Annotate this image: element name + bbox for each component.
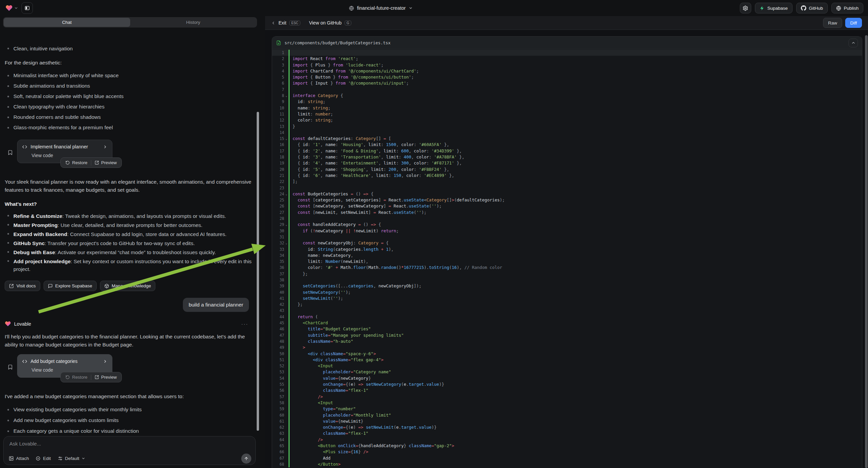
sliders-icon	[58, 456, 63, 461]
assistant-header: Lovable ···	[5, 321, 254, 327]
code-line: 22];	[272, 179, 862, 185]
code-line: 30 if (!newCategory || !newLimit) return…	[272, 228, 862, 234]
assistant-name: Lovable	[14, 321, 31, 327]
chat-scrollbar[interactable]	[257, 112, 259, 431]
code-viewer-header: Exit ESC View on GitHub G Raw Diff	[265, 16, 868, 30]
code-line: 43	[272, 308, 862, 314]
code-line: 68 </Button>	[272, 461, 862, 467]
code-line: 41 setNewLimit('');	[272, 295, 862, 301]
github-button[interactable]: GitHub	[796, 3, 828, 13]
code-line: 50 <div className="space-y-6">	[272, 351, 862, 357]
code-line: 3import { Plus } from 'lucide-react';	[272, 62, 862, 68]
code-line: 12 color: string;	[272, 117, 862, 123]
code-line: 39 setCategories([...categories, newCate…	[272, 283, 862, 289]
assistant-text: I'll help you add budget categories to t…	[5, 333, 254, 349]
restore-button[interactable]: Restore	[62, 375, 91, 380]
message-menu-icon[interactable]: ···	[241, 321, 248, 327]
attach-button[interactable]: Attach	[9, 456, 29, 461]
list-item: Add project knowledge: Set key context o…	[5, 258, 254, 273]
bookmark-icon[interactable]	[7, 356, 13, 378]
code-line: 19 { id: '4', name: 'Entertainment', lim…	[272, 160, 862, 166]
gear-icon	[743, 5, 748, 11]
target-icon	[36, 456, 40, 461]
code-editor: 12import React from 'react';3import { Pl…	[272, 50, 862, 468]
code-line: 5import { Button } from '@/components/ui…	[272, 74, 862, 80]
top-bar: financial-future-creator Supabase	[0, 0, 868, 16]
code-line: 59 type="number"	[272, 406, 862, 412]
code-line: 4import ChartCard from '@/components/ui/…	[272, 68, 862, 74]
code-line: 16 { id: '1', name: 'Housing', limit: 15…	[272, 142, 862, 148]
code-line: 34 name: newCategory,	[272, 253, 862, 259]
external-link-icon	[9, 284, 14, 288]
visit-docs-button[interactable]: Visit docs	[5, 281, 40, 291]
code-line: 25 const [categories, setCategories] = R…	[272, 197, 862, 203]
version-card-selected[interactable]: Add budget categories View code Restore	[17, 354, 113, 378]
tab-history[interactable]: History	[130, 18, 257, 27]
chevron-left-icon	[271, 21, 276, 25]
diff-toggle-button[interactable]: Diff	[845, 18, 862, 28]
code-line: 57 />	[272, 394, 862, 400]
code-line: 1	[272, 50, 862, 56]
list-item: Glass-morphic elements for a premium fee…	[5, 124, 254, 131]
tab-chat[interactable]: Chat	[4, 18, 130, 27]
view-on-github-button[interactable]: View on GitHub G	[309, 20, 351, 26]
code-line: 24⌄const BudgetCategories = () => {	[272, 191, 862, 197]
composer-input[interactable]: Ask Lovable...	[9, 441, 251, 446]
code-line: 10 name: string;	[272, 105, 862, 111]
code-line: 55 onChange={(e) => setNewCategory(e.tar…	[272, 381, 862, 387]
file-path-bar[interactable]: src/components/budget/BudgetCategories.t…	[272, 37, 862, 49]
list-item: Soft, neutral color palette with light b…	[5, 93, 254, 100]
exit-button[interactable]: Exit ESC	[271, 20, 300, 26]
code-line: 47 subtitle="Manage your spending limits…	[272, 332, 862, 339]
chat-panel: Chat History Clean, intuitive navigation…	[0, 16, 261, 468]
image-icon	[9, 456, 14, 461]
file-added-icon	[276, 40, 281, 45]
lovable-app: financial-future-creator Supabase	[0, 0, 868, 468]
code-line: 56 className="flex-1"	[272, 387, 862, 393]
code-line: 7	[272, 87, 862, 93]
explore-supabase-button[interactable]: Explore Supabase	[43, 281, 97, 291]
restore-icon	[65, 160, 70, 165]
code-line: 13}	[272, 123, 862, 129]
bookmark-icon[interactable]	[7, 142, 13, 163]
code-line: 6import { Input } from '@/components/ui/…	[272, 80, 862, 86]
preview-button[interactable]: Preview	[91, 160, 120, 165]
project-switcher[interactable]: financial-future-creator	[349, 0, 413, 16]
manage-knowledge-button[interactable]: Manage knowledge	[100, 281, 155, 291]
collapse-file-button[interactable]	[848, 39, 858, 47]
code-line: 49 >	[272, 345, 862, 351]
code-line: 14	[272, 129, 862, 136]
code-scrollbar[interactable]	[865, 35, 868, 468]
code-line: 23	[272, 185, 862, 191]
version-card[interactable]: Implement financial planner View code Re…	[17, 140, 113, 163]
external-link-icon	[95, 375, 99, 379]
code-line: 32⌄ const newCategoryObj: Category = {	[272, 240, 862, 246]
edit-mode-button[interactable]: Edit	[36, 456, 51, 461]
preview-button[interactable]: Preview	[91, 375, 120, 380]
chat-message-list: Clean, intuitive navigation For the desi…	[0, 32, 261, 434]
code-line: 44 return (	[272, 314, 862, 320]
publish-globe-icon	[836, 6, 841, 11]
raw-toggle-button[interactable]: Raw	[823, 18, 842, 28]
code-line: 26 const [newCategory, setNewCategory] =…	[272, 203, 862, 209]
restore-button[interactable]: Restore	[62, 160, 91, 165]
code-line: 38	[272, 277, 862, 283]
publish-button[interactable]: Publish	[831, 3, 863, 13]
code-line: 2import React from 'react';	[272, 56, 862, 62]
lovable-logo-menu[interactable]	[5, 4, 18, 12]
suggestion-chips: Visit docs Explore Supabase Manage knowl…	[5, 281, 254, 291]
intro-bullet-list: Clean, intuitive navigation	[5, 45, 254, 52]
list-item: Rounded corners and subtle shadows	[5, 114, 254, 120]
list-item: Each category gets a unique color for vi…	[5, 428, 254, 434]
code-line: 54 value={newCategory}	[272, 375, 862, 381]
code-line: 66 <Plus size={16} />	[272, 449, 862, 455]
composer[interactable]: Ask Lovable... Attach Edit	[3, 436, 256, 465]
supabase-button[interactable]: Supabase	[755, 3, 793, 13]
chevron-right-icon	[103, 145, 107, 149]
user-message: build a financial planner	[183, 298, 249, 312]
code-line: 17 { id: '2', name: 'Food & Dining', lim…	[272, 148, 862, 154]
toggle-sidebar-button[interactable]	[22, 2, 33, 14]
send-button[interactable]	[241, 454, 251, 464]
model-selector[interactable]: Default	[58, 456, 86, 461]
settings-button[interactable]	[740, 3, 751, 13]
